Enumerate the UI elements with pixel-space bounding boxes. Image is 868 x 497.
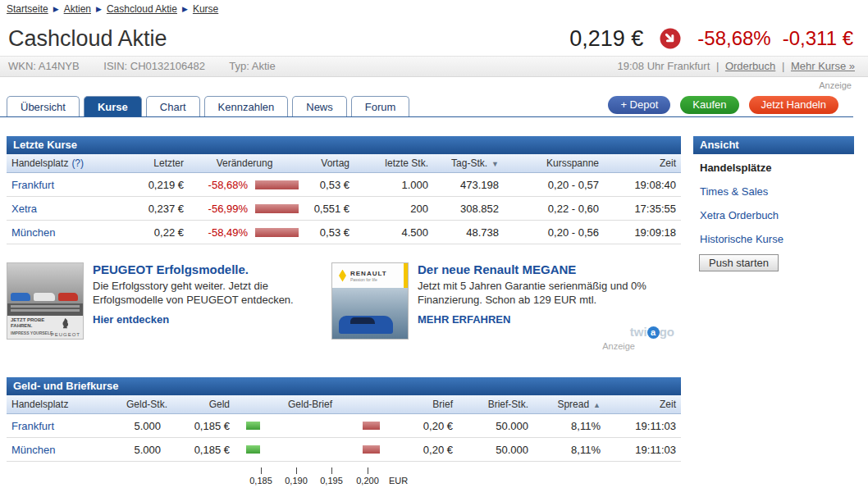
handelsplatz-link-muenchen[interactable]: München: [11, 444, 55, 456]
col-header-kursspanne[interactable]: Kursspanne: [499, 157, 599, 169]
action-buttons: + Depot Kaufen Jetzt Handeln: [608, 96, 838, 114]
col-header-spread[interactable]: Spread▲: [528, 399, 601, 410]
col-header-brief[interactable]: Brief: [391, 399, 453, 410]
sidebar-header: Ansicht: [693, 136, 854, 154]
tab-chart[interactable]: Chart: [146, 96, 200, 117]
col-header-handelsplatz[interactable]: Handelsplatz(?): [7, 157, 126, 169]
kursspanne-value: 0,20 - 0,57: [499, 179, 599, 191]
instrument-info-bar: WKN: A14NYB ISIN: CH0132106482 Typ: Akti…: [0, 56, 868, 77]
twiago-logo[interactable]: twiago: [602, 325, 674, 339]
bid-bar: [246, 445, 260, 454]
ad-image-text: JETZT PROBE FAHREN.: [11, 317, 50, 329]
renault-ad-image[interactable]: RENAULT Passion for life: [331, 262, 409, 340]
col-header-brief-stk[interactable]: Brief-Stk.: [453, 399, 528, 410]
peugeot-ad-image[interactable]: JETZT PROBE FAHREN. IMPRESS YOURSELF. PE…: [7, 262, 84, 340]
kursspanne-value: 0,20 - 0,56: [499, 226, 599, 239]
sidebar-item-historische-kurse[interactable]: Historische Kurse: [700, 233, 783, 245]
tab-strip: Übersicht Kurse Chart Kennzahlen News Fo…: [0, 93, 853, 117]
breadcrumb-link-aktien[interactable]: Aktien: [64, 3, 91, 15]
tab-news[interactable]: News: [292, 96, 347, 117]
brief-stk-value: 50.000: [453, 444, 528, 456]
table-row: München 5.000 0,185 € 0,20 € 50.000 8,11…: [7, 438, 681, 462]
letzte-kurse-header: Letzte Kurse: [7, 136, 681, 154]
spread-axis: 0,185 0,190 0,195 0,200 EUR: [7, 465, 681, 490]
letzte-stk-value: 1.000: [349, 179, 428, 191]
handelsplatz-link-xetra[interactable]: Xetra: [11, 203, 37, 215]
col-header-tag-stk[interactable]: Tag-Stk.▼: [428, 157, 499, 169]
peugeot-ad-body: Die Erfolgsstory geht weiter. Jetzt die …: [93, 279, 329, 307]
col-header-vortag[interactable]: Vortag: [305, 157, 349, 169]
letzter-value: 0,237 €: [126, 203, 184, 215]
col-header-geld-brief[interactable]: Geld-Brief: [230, 399, 391, 410]
breadcrumb-link-cashcloud-aktie[interactable]: Cashcloud Aktie: [107, 3, 177, 15]
peugeot-lion-icon: [60, 317, 71, 329]
tab-uebersicht[interactable]: Übersicht: [7, 96, 80, 117]
breadcrumb-arrow-icon: ▶: [182, 5, 188, 13]
change-percent: -58,68%: [697, 27, 770, 50]
twiago-a-icon: a: [647, 326, 660, 339]
col-header-geld-stk[interactable]: Geld-Stk.: [126, 399, 161, 410]
spread-value: 8,11%: [528, 420, 601, 432]
table-row: Frankfurt 0,219 € -58,68% 0,53 € 1.000 4…: [7, 173, 681, 197]
renault-car-scene: [332, 288, 408, 339]
mehr-kurse-link[interactable]: Mehr Kurse »: [791, 60, 855, 72]
kaufen-button[interactable]: Kaufen: [680, 96, 738, 114]
col-label: Handelsplatz: [11, 157, 68, 169]
peugeot-cars-scene: [7, 263, 83, 303]
col-header-letzte-stk[interactable]: letzte Stk.: [349, 157, 428, 169]
col-header-zeit[interactable]: Zeit: [601, 399, 681, 410]
sidebar-item-handelsplaetze[interactable]: Handelsplätze: [693, 156, 854, 180]
breadcrumb-link-startseite[interactable]: Startseite: [7, 3, 48, 15]
orderbuch-link[interactable]: Orderbuch: [725, 60, 775, 72]
col-header-handelsplatz[interactable]: Handelsplatz: [7, 399, 126, 410]
add-depot-button[interactable]: + Depot: [608, 96, 670, 114]
tab-kennzahlen[interactable]: Kennzahlen: [204, 96, 289, 117]
peugeot-ad-footer: JETZT PROBE FAHREN. IMPRESS YOURSELF. PE…: [7, 316, 83, 339]
col-header-zeit[interactable]: Zeit: [599, 157, 681, 169]
table-row: München 0,22 € -58,49% 0,53 € 4.500 48.7…: [7, 221, 681, 244]
tab-kurse[interactable]: Kurse: [84, 96, 142, 117]
tab-rule: [0, 116, 853, 117]
sort-ascending-icon: ▲: [593, 401, 601, 409]
peugeot-brand-text: PEUGEOT: [51, 332, 80, 337]
instrument-ids: WKN: A14NYB ISIN: CH0132106482 Typ: Akti…: [0, 57, 297, 76]
veraenderung-value: -56,99%: [184, 203, 248, 215]
sidebar-item-times-sales[interactable]: Times & Sales: [700, 185, 768, 198]
axis-tick-label: 0,185: [243, 476, 279, 486]
table-row: Frankfurt 5.000 0,185 € 0,20 € 50.000 8,…: [7, 414, 681, 438]
handelsplatz-link-muenchen[interactable]: München: [11, 226, 55, 239]
tab-forum[interactable]: Forum: [351, 96, 410, 117]
breadcrumb-link-kurse[interactable]: Kurse: [193, 3, 218, 15]
col-header-geld[interactable]: Geld: [161, 399, 230, 410]
vortag-value: 0,551 €: [305, 203, 349, 215]
zeit-value: 19:09:18: [599, 226, 681, 239]
tabs: Übersicht Kurse Chart Kennzahlen News Fo…: [7, 96, 409, 117]
zeit-value: 19:11:03: [601, 420, 681, 432]
push-starten-button[interactable]: Push starten: [699, 254, 779, 271]
price-down-arrow-icon: [660, 28, 681, 49]
tag-stk-value: 48.738: [428, 226, 499, 239]
zeit-value: 19:11:03: [601, 444, 681, 456]
sort-descending-icon: ▼: [491, 160, 499, 168]
col-header-veraenderung[interactable]: Veränderung: [184, 157, 305, 169]
handelsplatz-help-link[interactable]: (?): [71, 157, 84, 169]
page: Startseite▶Aktien▶Cashcloud Aktie▶Kurse …: [0, 0, 868, 497]
geld-brief-spread-chart: [230, 414, 391, 437]
current-price: 0,219 €: [569, 26, 643, 52]
title-row: Cashcloud Aktie 0,219 € -58,68% -0,311 €: [8, 23, 853, 54]
renault-ad-title[interactable]: Der neue Renault MEGANE: [418, 262, 654, 276]
breadcrumb-arrow-icon: ▶: [96, 5, 102, 13]
handelsplatz-link-frankfurt[interactable]: Frankfurt: [11, 179, 54, 191]
fineprint-band: [7, 303, 83, 316]
peugeot-ad-title[interactable]: PEUGEOT Erfolgsmodelle.: [93, 262, 329, 276]
handelsplatz-link-frankfurt[interactable]: Frankfurt: [11, 420, 54, 432]
letzter-value: 0,22 €: [126, 226, 184, 239]
geld-brief-table: Geld- und Briefkurse Handelsplatz Geld-S…: [7, 377, 681, 490]
jetzt-handeln-button[interactable]: Jetzt Handeln: [749, 96, 839, 114]
sidebar-item-xetra-orderbuch[interactable]: Xetra Orderbuch: [700, 209, 779, 221]
axis-tick-label: 0,200: [349, 476, 386, 486]
col-header-letzter[interactable]: Letzter: [126, 157, 184, 169]
peugeot-ad-link[interactable]: Hier entdecken: [93, 312, 329, 326]
ask-bar: [363, 422, 380, 430]
brief-value: 0,20 €: [391, 444, 453, 456]
